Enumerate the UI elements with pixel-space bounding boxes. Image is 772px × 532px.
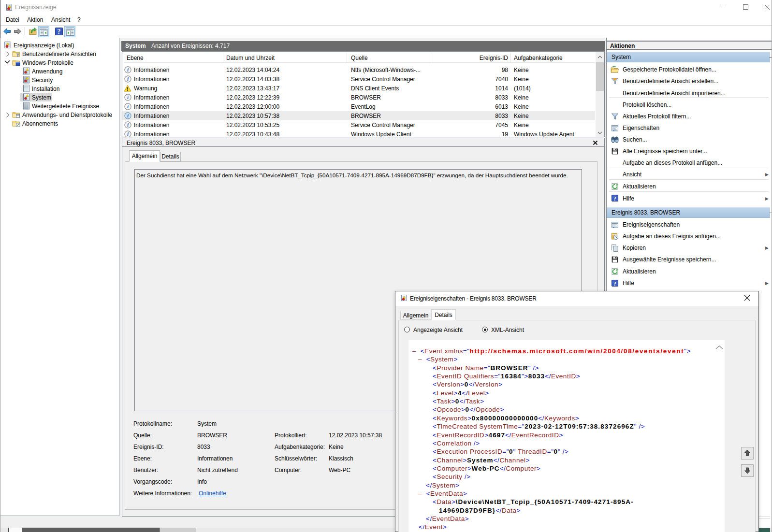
svg-text:?: ? bbox=[613, 195, 616, 202]
svg-text:?: ? bbox=[613, 280, 616, 287]
svg-text:?: ? bbox=[58, 28, 61, 35]
